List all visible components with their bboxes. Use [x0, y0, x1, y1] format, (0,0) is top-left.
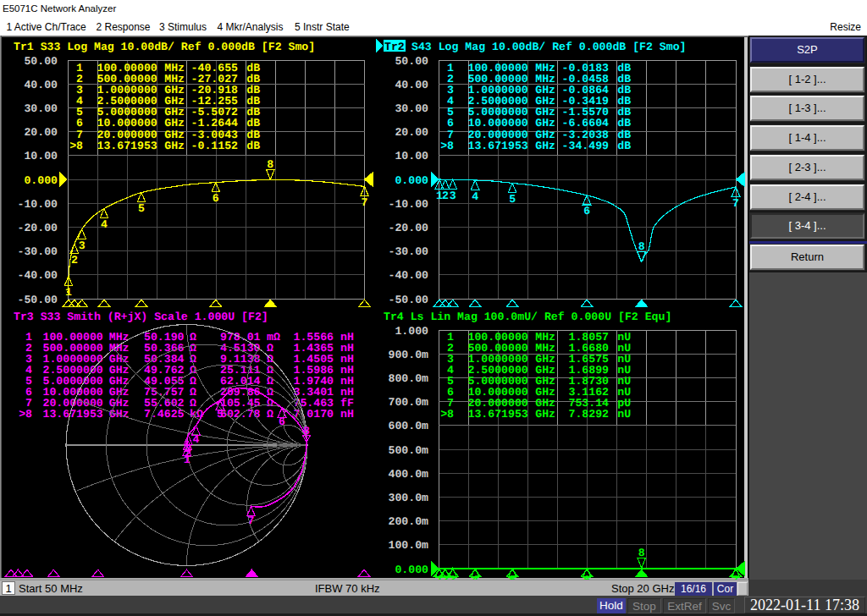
svg-text:Tr1 S33 Log Mag 10.00dB/ Ref 0: Tr1 S33 Log Mag 10.00dB/ Ref 0.000dB [F2… — [14, 41, 315, 53]
svg-text:800.0m: 800.0m — [389, 372, 429, 385]
svg-text:100.0m: 100.0m — [389, 539, 429, 552]
svg-text:20.00: 20.00 — [395, 126, 428, 139]
svg-text:-40.00: -40.00 — [18, 269, 58, 282]
svg-text:1.000: 1.000 — [395, 325, 428, 338]
svg-text:900.0m: 900.0m — [389, 349, 429, 361]
svg-text:GHz: GHz — [164, 140, 185, 152]
svg-text:50.00: 50.00 — [395, 55, 428, 68]
svg-text:20.00: 20.00 — [24, 126, 58, 139]
svg-text:30.00: 30.00 — [24, 102, 58, 115]
svg-text:>8: >8 — [19, 408, 32, 421]
svg-text:6: 6 — [583, 205, 590, 217]
svg-text:S43 Log Mag 10.00dB/ Ref 0.000: S43 Log Mag 10.00dB/ Ref 0.000dB [F2 Smo… — [411, 41, 686, 53]
svg-text:-50.00: -50.00 — [389, 294, 429, 306]
svg-text:8: 8 — [638, 547, 645, 559]
svg-text:2: 2 — [71, 254, 78, 267]
svg-text:300.0m: 300.0m — [389, 492, 429, 504]
svg-text:7.4625: 7.4625 — [144, 408, 185, 421]
svg-text:Ω: Ω — [267, 408, 273, 421]
svg-text:kΩ: kΩ — [190, 408, 203, 421]
svg-text:7: 7 — [362, 196, 368, 209]
svg-text:8: 8 — [303, 425, 310, 437]
svg-text:4: 4 — [472, 190, 478, 203]
svg-text:Tr2: Tr2 — [384, 41, 405, 53]
svg-text:GHz: GHz — [535, 140, 555, 152]
svg-text:13.671953: 13.671953 — [43, 408, 103, 421]
svg-text:-30.00: -30.00 — [389, 245, 429, 258]
svg-text:7: 7 — [732, 197, 739, 210]
svg-text:4: 4 — [193, 433, 200, 446]
svg-text:50.00: 50.00 — [24, 55, 58, 68]
svg-text:8: 8 — [267, 158, 273, 171]
svg-text:>8: >8 — [440, 408, 454, 421]
svg-text:13.671953: 13.671953 — [468, 408, 528, 421]
svg-text:30.00: 30.00 — [395, 102, 428, 115]
svg-text:3: 3 — [79, 239, 86, 252]
svg-text:10.00: 10.00 — [395, 150, 428, 162]
svg-text:13.671953: 13.671953 — [468, 140, 528, 152]
svg-text:3: 3 — [185, 443, 191, 455]
svg-text:500.0m: 500.0m — [389, 444, 429, 457]
svg-text:4: 4 — [101, 218, 108, 231]
svg-text:200.0m: 200.0m — [389, 515, 429, 528]
svg-text:>8: >8 — [440, 140, 454, 152]
svg-text:nU: nU — [617, 408, 631, 421]
svg-text:40.00: 40.00 — [24, 79, 58, 91]
svg-text:-0.1152: -0.1152 — [191, 140, 238, 152]
svg-text:2: 2 — [442, 190, 449, 202]
svg-text:8: 8 — [638, 240, 645, 253]
svg-text:1: 1 — [65, 286, 72, 299]
svg-text:5: 5 — [509, 193, 516, 206]
svg-text:6: 6 — [213, 192, 219, 205]
svg-text:-10.00: -10.00 — [18, 198, 58, 211]
svg-text:-34.499: -34.499 — [562, 140, 609, 152]
svg-text:-40.00: -40.00 — [389, 269, 429, 282]
svg-text:dB: dB — [246, 140, 260, 152]
svg-text:7.8292: 7.8292 — [569, 408, 610, 421]
svg-text:-20.00: -20.00 — [389, 222, 429, 234]
svg-text:6: 6 — [279, 415, 285, 428]
svg-text:5: 5 — [138, 202, 145, 215]
svg-text:400.0m: 400.0m — [389, 468, 429, 481]
svg-text:40.00: 40.00 — [395, 79, 428, 91]
svg-text:-10.00: -10.00 — [389, 198, 429, 211]
svg-text:>8: >8 — [69, 140, 83, 152]
svg-text:-20.00: -20.00 — [18, 222, 58, 234]
svg-text:3: 3 — [450, 190, 456, 202]
svg-text:Tr4 Ls Lin Mag 100.0mU/ Ref 0.: Tr4 Ls Lin Mag 100.0mU/ Ref 0.000U [F2 E… — [384, 311, 671, 323]
svg-text:5: 5 — [217, 408, 224, 421]
svg-text:dB: dB — [617, 140, 631, 152]
svg-text:-50.00: -50.00 — [18, 294, 58, 306]
svg-text:13.671953: 13.671953 — [97, 140, 157, 152]
svg-text:600.0m: 600.0m — [389, 420, 429, 432]
svg-text:GHz: GHz — [535, 408, 555, 421]
svg-text:7: 7 — [248, 514, 255, 527]
svg-text:700.0m: 700.0m — [389, 396, 429, 409]
svg-text:10.00: 10.00 — [24, 150, 58, 162]
svg-text:Tr3 S33 Smith (R+jX) Scale 1.0: Tr3 S33 Smith (R+jX) Scale 1.000U [F2] — [14, 311, 268, 323]
svg-text:nH: nH — [340, 408, 354, 421]
svg-text:0.000: 0.000 — [395, 174, 428, 187]
svg-text:0.000: 0.000 — [395, 564, 428, 576]
svg-text:0.000: 0.000 — [24, 174, 58, 187]
svg-text:-30.00: -30.00 — [18, 245, 58, 258]
